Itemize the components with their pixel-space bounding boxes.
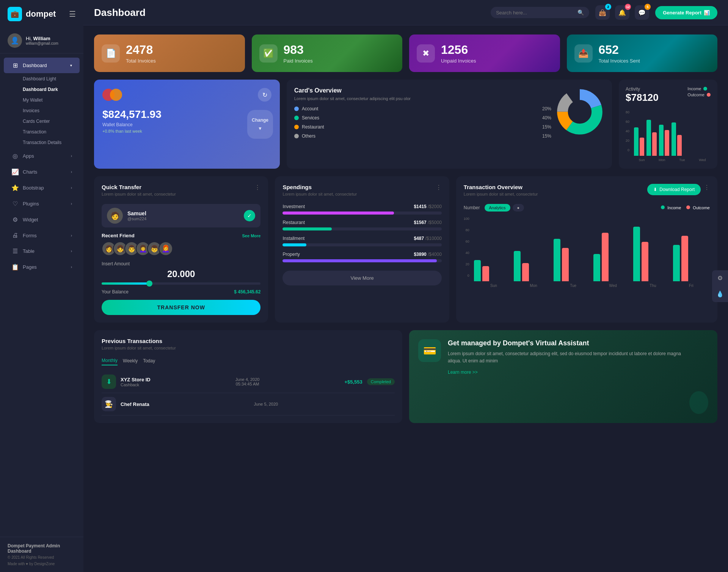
bootstrap-icon: ⭐ xyxy=(11,184,19,191)
sidebar-menu: ⊞ Dashboard ▾ Dashboard Light Dashboard … xyxy=(0,53,83,537)
txn-sun-outcome xyxy=(482,266,489,281)
submenu-dashboard-dark[interactable]: Dashboard Dark xyxy=(19,84,83,95)
txn-2-status xyxy=(387,403,395,405)
water-side-button[interactable]: 💧 xyxy=(712,286,728,302)
amount-value: 20.000 xyxy=(102,269,260,279)
tab-weekly[interactable]: Weekly xyxy=(123,358,138,365)
previous-transactions-card: Previous Transactions Lorem ipsum dolor … xyxy=(94,330,402,423)
sidebar-item-pages[interactable]: 📋 Pages › xyxy=(4,259,80,275)
transfer-user-row: 🧑 Samuel @sum224 ✓ xyxy=(102,204,260,227)
messages-button[interactable]: 💬 5 xyxy=(635,5,649,20)
legend-services: Services 40% xyxy=(294,115,551,121)
generate-report-label: Generate Report xyxy=(663,10,701,16)
paid-invoices-value: 983 xyxy=(284,43,313,57)
txn-outcome-dot xyxy=(686,205,690,209)
restaurant-amounts: $1567 /$5000 xyxy=(414,220,441,225)
sidebar-item-widget[interactable]: ⚙ Widget xyxy=(4,212,80,227)
stat-card-total-sent: 📤 652 Total Invoices Sent xyxy=(567,34,718,72)
submenu-invoices[interactable]: Invoices xyxy=(19,105,83,116)
wallet-button[interactable]: 👜 2 xyxy=(595,5,610,20)
installment-max: /$10000 xyxy=(425,236,441,241)
refresh-button[interactable]: ↻ xyxy=(258,88,271,102)
total-invoices-value: 2478 xyxy=(126,43,156,57)
tab-today[interactable]: Today xyxy=(143,358,155,365)
inactive-toggle[interactable]: ● xyxy=(513,204,524,212)
submenu-my-wallet[interactable]: My Wallet xyxy=(19,95,83,105)
activity-label: Activity xyxy=(626,86,659,92)
amount-label: Insert Amount xyxy=(102,261,260,266)
see-more-link[interactable]: See More xyxy=(242,234,261,238)
hamburger-button[interactable]: ☰ xyxy=(69,9,76,19)
va-content: Get managed by Dompet's Virtual Assistan… xyxy=(448,339,682,375)
sidebar-item-forms[interactable]: 🖨 Forms › xyxy=(4,228,80,243)
amount-section: Insert Amount 20.000 Your Balance $ 456,… xyxy=(102,261,260,295)
footer-title: Dompet Payment Admin Dashboard xyxy=(8,543,76,554)
recent-friends-header: Recent Friend See More xyxy=(102,233,260,238)
view-more-button[interactable]: View More xyxy=(282,271,441,285)
chevron-right-icon-4: › xyxy=(71,202,72,206)
mon-income-bar xyxy=(646,120,651,156)
submenu-transaction-details[interactable]: Transaction Details xyxy=(19,137,83,148)
change-button[interactable]: Change ▼ xyxy=(247,110,273,139)
wallet-badge: 2 xyxy=(605,4,611,10)
account-pct: 20% xyxy=(542,106,551,111)
change-label: Change xyxy=(252,118,268,123)
user-info: Hi, William william@gmail.com xyxy=(26,36,58,45)
property-amounts: $3890 /$4000 xyxy=(414,252,441,257)
sidebar-item-charts[interactable]: 📈 Charts › xyxy=(4,164,80,180)
cards-overview-title: Card's Overview xyxy=(294,87,551,94)
va-learn-more-link[interactable]: Learn more >> xyxy=(448,370,478,375)
notifications-button[interactable]: 🔔 12 xyxy=(615,5,629,20)
sidebar-item-table[interactable]: ☰ Table › xyxy=(4,243,80,259)
mastercard-icon xyxy=(102,89,122,101)
txn-fri-group xyxy=(673,236,710,281)
slider-fill xyxy=(102,282,149,285)
search-input[interactable] xyxy=(496,10,574,16)
others-pct: 15% xyxy=(542,133,551,139)
quick-transfer-menu-icon[interactable]: ⋮ xyxy=(254,184,260,191)
chart-bar-icon: 📊 xyxy=(704,10,710,16)
sidebar-item-apps[interactable]: ◎ Apps › xyxy=(4,148,80,164)
txn-wed-income xyxy=(593,254,600,281)
spending-installment: Installment $487 /$10000 xyxy=(282,236,441,246)
txn-1-name: XYZ Store ID xyxy=(121,377,151,382)
sidebar-item-dashboard[interactable]: ⊞ Dashboard ▾ xyxy=(4,58,80,73)
last-row: Previous Transactions Lorem ipsum dolor … xyxy=(94,330,717,423)
transfer-now-button[interactable]: TRANSFER NOW xyxy=(102,300,260,315)
submenu-transaction[interactable]: Transaction xyxy=(19,127,83,137)
download-report-button[interactable]: ⬇ Download Report xyxy=(647,184,701,195)
spendings-menu-icon[interactable]: ⋮ xyxy=(436,184,442,191)
friend-6[interactable]: 👩‍🦰 xyxy=(158,241,173,256)
tab-monthly[interactable]: Monthly xyxy=(102,358,118,365)
sidebar-item-bootstrap[interactable]: ⭐ Bootstrap › xyxy=(4,180,80,196)
txn-overview-header: Transaction Overview Lorem ipsum dolor s… xyxy=(464,184,710,202)
pages-icon: 📋 xyxy=(11,263,19,271)
submenu-dashboard-light[interactable]: Dashboard Light xyxy=(19,74,83,84)
txn-tue-label: Tue xyxy=(570,284,576,288)
sidebar-item-plugins[interactable]: ♡ Plugins › xyxy=(4,196,80,212)
txn-bars-wrap: Sun Mon Tue Wed Thu Fri xyxy=(474,217,710,288)
notifications-badge: 12 xyxy=(625,4,631,10)
samuel-name: Samuel xyxy=(127,210,146,216)
txn-tue-income xyxy=(554,239,560,281)
sidebar: 💼 dompet ☰ 👤 Hi, William william@gmail.c… xyxy=(0,0,83,572)
bottom-row: Quick Transfer Lorem ipsum dolor sit ame… xyxy=(94,176,717,323)
chevron-right-icon-2: › xyxy=(71,170,72,174)
settings-side-button[interactable]: ⚙ xyxy=(712,270,728,286)
amount-slider[interactable] xyxy=(102,282,260,285)
analytics-toggle[interactable]: Analytics xyxy=(485,204,510,212)
quick-transfer-card: Quick Transfer Lorem ipsum dolor sit ame… xyxy=(94,176,268,323)
account-label: Account xyxy=(302,106,318,111)
txn-income-label: Income xyxy=(667,205,681,210)
total-invoices-info: 2478 Total Invoices xyxy=(126,43,156,64)
submenu-cards-center[interactable]: Cards Center xyxy=(19,116,83,127)
wallet-balance-value: $824,571.93 xyxy=(102,108,241,121)
outcome-label: Outcome xyxy=(687,92,704,97)
txn-bar-chart xyxy=(474,221,710,281)
chevron-right-icon-5: › xyxy=(71,234,72,238)
generate-report-button[interactable]: Generate Report 📊 xyxy=(655,6,717,19)
txn-overview-menu-icon[interactable]: ⋮ xyxy=(704,184,710,191)
sidebar-footer: Dompet Payment Admin Dashboard © 2021 Al… xyxy=(0,537,83,572)
txn-1-time: 05:34:45 AM xyxy=(155,382,340,386)
restaurant-current: $1567 xyxy=(414,220,426,225)
